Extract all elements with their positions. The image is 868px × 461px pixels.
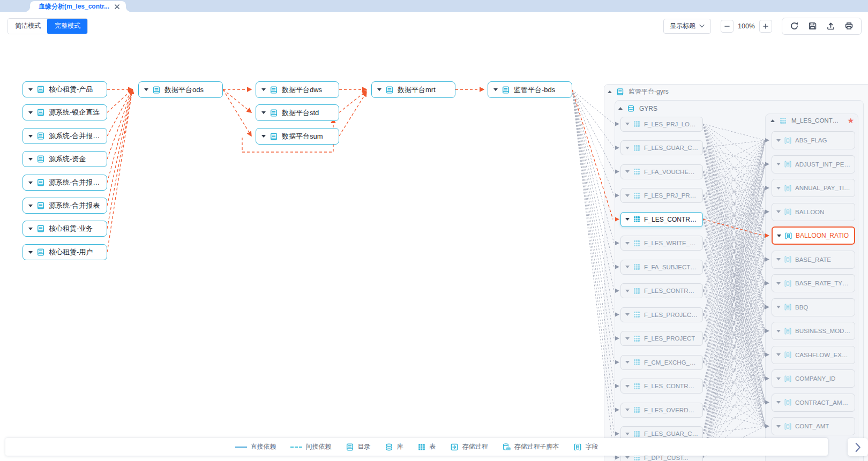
field-node-8[interactable]: BUSINESS_MODEL bbox=[772, 322, 855, 340]
expand-toggle[interactable] bbox=[28, 135, 33, 138]
expand-toggle[interactable] bbox=[777, 235, 781, 237]
expand-toggle[interactable] bbox=[776, 353, 781, 356]
export-icon[interactable] bbox=[826, 21, 835, 31]
zoom-out-button[interactable] bbox=[721, 20, 734, 33]
expand-toggle[interactable] bbox=[776, 163, 781, 165]
refresh-icon[interactable] bbox=[790, 21, 799, 31]
table-node-1[interactable]: F_LES_GUAR_CON... bbox=[620, 140, 703, 155]
node-label: F_LES_PROJECT_... bbox=[644, 312, 698, 318]
catalog-node-mid-0[interactable]: 数据平台ods bbox=[138, 81, 223, 98]
catalog-node-3[interactable]: 源系统-资金 bbox=[23, 151, 107, 167]
expand-toggle[interactable] bbox=[625, 218, 630, 221]
catalog-node-mid-1[interactable]: 数据平台dws bbox=[256, 81, 339, 98]
expand-toggle[interactable] bbox=[776, 187, 781, 190]
field-node-12[interactable]: CONT_AMT bbox=[772, 417, 855, 435]
table-node-8[interactable]: F_LES_PROJECT_... bbox=[620, 307, 703, 322]
indirect-dependency-line bbox=[290, 447, 302, 448]
expand-toggle[interactable] bbox=[377, 88, 381, 91]
expand-toggle[interactable] bbox=[776, 282, 781, 285]
expand-toggle[interactable] bbox=[625, 147, 630, 149]
expand-toggle[interactable] bbox=[625, 385, 630, 388]
catalog-node-2[interactable]: 源系统-合并报表-Nav bbox=[23, 128, 107, 144]
field-node-0[interactable]: ABS_FLAG bbox=[772, 131, 855, 149]
save-icon[interactable] bbox=[808, 21, 817, 31]
field-node-11[interactable]: CONTRACT_AMOU... bbox=[772, 394, 855, 412]
catalog-node-7[interactable]: 核心租赁-用户 bbox=[23, 244, 107, 260]
next-page-button[interactable] bbox=[848, 438, 868, 456]
table-node-11[interactable]: F_LES_CONTRACT... bbox=[620, 379, 703, 394]
expand-toggle[interactable] bbox=[28, 182, 33, 184]
table-node-6[interactable]: F_FA_SUBJECT_BA... bbox=[620, 260, 703, 275]
expand-toggle[interactable] bbox=[625, 266, 630, 268]
expand-toggle[interactable] bbox=[28, 158, 33, 161]
expand-toggle[interactable] bbox=[625, 290, 630, 292]
expand-toggle[interactable] bbox=[776, 425, 781, 428]
table-node-0[interactable]: F_LES_PRJ_LOAN_... bbox=[620, 117, 703, 132]
expand-toggle[interactable] bbox=[261, 88, 266, 91]
expand-toggle[interactable] bbox=[261, 111, 266, 114]
table-node-9[interactable]: F_LES_PROJECT bbox=[620, 331, 703, 346]
catalog-node-5[interactable]: 源系统-合并报表 bbox=[23, 198, 107, 214]
field-node-10[interactable]: COMPANY_ID bbox=[772, 369, 855, 388]
expand-toggle[interactable] bbox=[144, 88, 148, 91]
zoom-in-button[interactable] bbox=[759, 20, 772, 33]
field-node-1[interactable]: ADJUST_INT_PERI... bbox=[772, 155, 855, 173]
simple-mode-button[interactable]: 简洁模式 bbox=[8, 19, 48, 34]
tab-lineage-analysis[interactable]: 血缘分析(m_les_contr... bbox=[30, 1, 126, 12]
expand-toggle[interactable] bbox=[625, 337, 630, 340]
node-label: 源系统-资金 bbox=[49, 154, 86, 164]
field-node-6[interactable]: BASE_RATE_TYPE bbox=[772, 274, 855, 292]
lineage-canvas[interactable]: 监管平台-gyrs GYRS M_LES_CONTRACT ★ 直接依赖间接依赖… bbox=[0, 40, 868, 461]
expand-toggle[interactable] bbox=[625, 194, 630, 197]
table-node-3[interactable]: F_LES_PRJ_PROJE... bbox=[620, 188, 703, 203]
table-node-7[interactable]: F_LES_CONTRACT... bbox=[620, 283, 703, 298]
expand-toggle[interactable] bbox=[625, 313, 630, 316]
field-node-5[interactable]: BASE_RATE bbox=[772, 251, 855, 269]
catalog-node-mid-3[interactable]: 数据平台sum bbox=[256, 128, 339, 145]
table-node-12[interactable]: F_LES_OVERDUE_... bbox=[620, 403, 703, 418]
expand-toggle[interactable] bbox=[776, 258, 781, 261]
expand-toggle[interactable] bbox=[28, 88, 33, 91]
field-node-7[interactable]: BBQ bbox=[772, 298, 855, 316]
expand-toggle[interactable] bbox=[493, 88, 498, 91]
expand-toggle[interactable] bbox=[625, 409, 630, 411]
table-node-4[interactable]: F_LES_CONTRACT bbox=[620, 212, 703, 227]
expand-toggle[interactable] bbox=[28, 205, 33, 207]
catalog-node-mid-2[interactable]: 数据平台std bbox=[256, 104, 339, 121]
field-node-3[interactable]: BALLOON bbox=[772, 203, 855, 221]
full-mode-button[interactable]: 完整模式 bbox=[47, 18, 88, 34]
expand-toggle[interactable] bbox=[625, 456, 630, 459]
catalog-node-1[interactable]: 源系统-银企直连 bbox=[23, 104, 107, 120]
expand-toggle[interactable] bbox=[625, 170, 630, 173]
expand-toggle[interactable] bbox=[625, 433, 630, 435]
close-icon[interactable] bbox=[115, 4, 119, 9]
catalog-node-4[interactable]: 源系统-合并报表-浪潮 bbox=[23, 175, 107, 191]
expand-toggle[interactable] bbox=[776, 377, 781, 380]
expand-toggle[interactable] bbox=[625, 123, 630, 125]
catalog-node-mid-5[interactable]: 监管平台-bds bbox=[488, 81, 572, 98]
print-icon[interactable] bbox=[844, 21, 854, 31]
expand-toggle[interactable] bbox=[776, 139, 781, 142]
node-label: 数据平台dws bbox=[282, 85, 322, 95]
show-title-dropdown[interactable]: 显示标题 bbox=[663, 19, 711, 34]
expand-toggle[interactable] bbox=[28, 251, 33, 254]
expand-toggle[interactable] bbox=[776, 306, 781, 308]
catalog-node-mid-4[interactable]: 数据平台mrt bbox=[371, 81, 455, 98]
field-icon bbox=[784, 232, 792, 240]
expand-toggle[interactable] bbox=[625, 242, 630, 245]
expand-toggle[interactable] bbox=[28, 228, 33, 230]
table-node-2[interactable]: F_FA_VOUCHER_D... bbox=[620, 164, 703, 179]
expand-toggle[interactable] bbox=[776, 210, 781, 213]
expand-toggle[interactable] bbox=[776, 401, 781, 404]
expand-toggle[interactable] bbox=[28, 111, 33, 114]
catalog-node-0[interactable]: 核心租赁-产品 bbox=[23, 81, 107, 97]
table-node-5[interactable]: F_LES_WRITE_OFF bbox=[620, 236, 703, 251]
field-node-2[interactable]: ANNUAL_PAY_TIMES bbox=[772, 179, 855, 197]
field-node-9[interactable]: CASHFLOW_EXCEP... bbox=[772, 346, 855, 364]
expand-toggle[interactable] bbox=[261, 135, 266, 138]
expand-toggle[interactable] bbox=[776, 330, 781, 332]
expand-toggle[interactable] bbox=[625, 361, 630, 364]
field-node-4[interactable]: BALLOON_RATIO bbox=[772, 226, 855, 245]
table-node-10[interactable]: F_CM_EXCHG_RATE bbox=[620, 355, 703, 370]
catalog-node-6[interactable]: 核心租赁-业务 bbox=[23, 221, 107, 237]
